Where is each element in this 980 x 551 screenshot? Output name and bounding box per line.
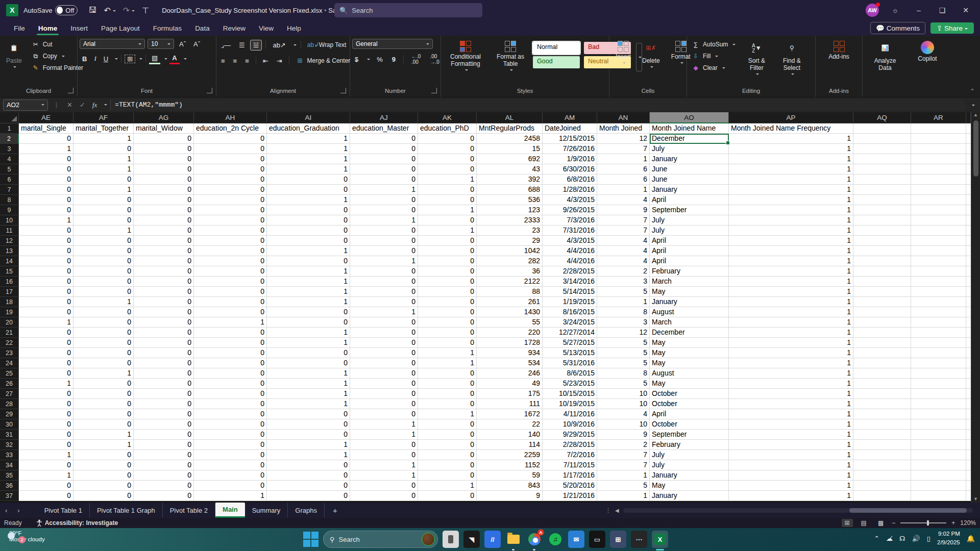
cell[interactable]: 688 — [477, 185, 543, 195]
cell[interactable]: 7 — [597, 144, 650, 154]
zoom-level[interactable]: 120% — [960, 519, 976, 527]
cell[interactable]: 0 — [350, 266, 418, 277]
cell[interactable]: 1672 — [477, 409, 543, 419]
cell[interactable]: 0 — [418, 266, 477, 277]
cell[interactable]: 1 — [729, 470, 853, 481]
cell[interactable]: 0 — [134, 256, 194, 266]
cell[interactable]: 0 — [350, 450, 418, 460]
cell[interactable]: July — [650, 226, 729, 236]
sheet-tab-summary[interactable]: Summary — [245, 503, 288, 518]
cell[interactable]: 4 — [597, 236, 650, 246]
cell[interactable]: 0 — [267, 317, 350, 328]
zoom-in-icon[interactable]: + — [951, 519, 955, 527]
cell[interactable]: 1 — [74, 440, 134, 450]
cell[interactable]: 0 — [134, 246, 194, 256]
cell[interactable]: 1 — [729, 379, 853, 389]
expand-formula-bar-icon[interactable] — [968, 101, 977, 109]
column-header-AJ[interactable]: AJ — [350, 112, 418, 123]
cell[interactable]: 0 — [194, 328, 267, 338]
cell[interactable]: May — [650, 379, 729, 389]
row-header-23[interactable]: 23 — [0, 348, 19, 358]
cell[interactable]: July — [650, 144, 729, 154]
redo-icon[interactable]: ↷ — [123, 6, 135, 15]
share-button[interactable]: ⇪ Share — [930, 22, 974, 34]
cell[interactable]: 0 — [74, 317, 134, 328]
cell[interactable]: 1 — [729, 185, 853, 195]
cell[interactable]: 0 — [74, 287, 134, 297]
cell[interactable]: 5 — [597, 287, 650, 297]
cell[interactable]: 0 — [194, 256, 267, 266]
cell[interactable]: 0 — [74, 481, 134, 491]
cell[interactable] — [853, 205, 911, 215]
page-layout-view-icon[interactable]: ▤ — [858, 519, 870, 527]
cell[interactable]: 0 — [19, 328, 74, 338]
cell[interactable] — [911, 287, 966, 297]
cell[interactable]: 3/14/2016 — [543, 277, 597, 287]
cell[interactable]: 9 — [477, 491, 543, 501]
sheet-tab-graphs[interactable]: Graphs — [288, 503, 325, 518]
customize-qat-icon[interactable]: ⊤ — [142, 6, 149, 15]
ribbon-tab-formulas[interactable]: Formulas — [146, 22, 188, 34]
row-header-13[interactable]: 13 — [0, 246, 19, 256]
cell[interactable]: 0 — [418, 256, 477, 266]
cell[interactable]: 1 — [418, 481, 477, 491]
cell[interactable]: 1 — [729, 195, 853, 205]
tab-options-icon[interactable]: ⋮ — [605, 507, 611, 514]
cell[interactable]: 246 — [477, 368, 543, 379]
cell[interactable]: September — [650, 205, 729, 215]
cell[interactable]: May — [650, 338, 729, 348]
cell[interactable]: 1 — [418, 358, 477, 368]
cell[interactable]: 0 — [194, 379, 267, 389]
cell[interactable]: 0 — [74, 174, 134, 185]
cell[interactable]: July — [650, 460, 729, 470]
cell[interactable]: 12/15/2015 — [543, 134, 597, 144]
row-header-27[interactable]: 27 — [0, 389, 19, 399]
field-cell[interactable]: Month Joined Name — [650, 123, 729, 134]
cell[interactable]: 5 — [597, 481, 650, 491]
field-cell[interactable]: marital_Together — [74, 123, 134, 134]
cell[interactable] — [853, 154, 911, 164]
row-header-20[interactable]: 20 — [0, 317, 19, 328]
cell[interactable]: 0 — [418, 450, 477, 460]
cell[interactable]: 0 — [418, 460, 477, 470]
cell[interactable]: 8/6/2015 — [543, 368, 597, 379]
cell[interactable]: 0 — [350, 297, 418, 307]
cell[interactable]: 1 — [729, 491, 853, 501]
cell[interactable]: 4 — [597, 195, 650, 205]
cell[interactable]: 0 — [134, 470, 194, 481]
cell[interactable]: 0 — [74, 338, 134, 348]
cell[interactable]: 88 — [477, 287, 543, 297]
cell[interactable]: 282 — [477, 256, 543, 266]
cell[interactable]: 1 — [350, 460, 418, 470]
cell[interactable] — [853, 287, 911, 297]
cell[interactable]: 0 — [418, 144, 477, 154]
cell[interactable]: 934 — [477, 348, 543, 358]
ribbon-tab-view[interactable]: View — [252, 22, 280, 34]
cell[interactable]: 0 — [194, 164, 267, 174]
cell[interactable]: 0 — [194, 460, 267, 470]
cell[interactable]: 0 — [350, 328, 418, 338]
cell[interactable] — [853, 481, 911, 491]
cell[interactable]: 0 — [194, 348, 267, 358]
row-header-15[interactable]: 15 — [0, 266, 19, 277]
cell[interactable]: 0 — [194, 174, 267, 185]
cell[interactable]: 1 — [267, 154, 350, 164]
cell[interactable]: 8 — [597, 368, 650, 379]
cell[interactable]: August — [650, 368, 729, 379]
column-header-AM[interactable]: AM — [543, 112, 597, 123]
row-header-2[interactable]: 2 — [0, 134, 19, 144]
cell[interactable]: 0 — [19, 338, 74, 348]
cell[interactable] — [853, 226, 911, 236]
cell[interactable]: 0 — [134, 450, 194, 460]
cell[interactable]: 0 — [134, 440, 194, 450]
cell[interactable] — [853, 174, 911, 185]
cell[interactable]: 6/30/2016 — [543, 164, 597, 174]
sheet-tab-pivot-table-2[interactable]: Pivot Table 2 — [163, 503, 215, 518]
cell[interactable]: October — [650, 399, 729, 409]
cell[interactable]: 0 — [19, 368, 74, 379]
cell[interactable] — [911, 328, 966, 338]
cell[interactable]: 0 — [350, 174, 418, 185]
cell[interactable]: 0 — [194, 205, 267, 215]
cell[interactable]: 1 — [729, 399, 853, 409]
cell[interactable]: 0 — [134, 348, 194, 358]
